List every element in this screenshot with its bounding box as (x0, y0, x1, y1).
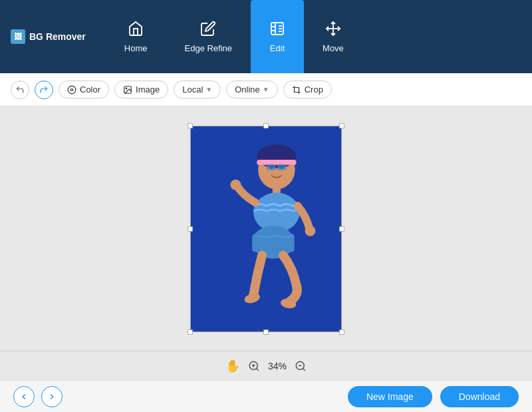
tab-edge-refine-label: Edge Refine (185, 43, 233, 53)
toolbar: Color Image Local ▼ Online ▼ Crop (0, 73, 532, 106)
svg-line-27 (256, 368, 258, 370)
svg-point-6 (68, 86, 76, 94)
tab-edit[interactable]: Edit (251, 0, 304, 73)
hand-tool-icon[interactable]: ✋ (225, 359, 240, 373)
local-label: Local (182, 85, 203, 95)
online-label: Online (235, 85, 260, 95)
svg-point-20 (230, 179, 241, 190)
undo-button[interactable] (11, 81, 29, 99)
crop-button[interactable]: Crop (283, 81, 332, 99)
svg-point-9 (126, 88, 127, 89)
crop-handle-tm[interactable] (263, 123, 269, 128)
online-chevron-icon: ▼ (263, 86, 269, 93)
zoom-percent: 34% (268, 361, 287, 371)
header: 🖼 BG Remover Home Edge Refine (0, 0, 532, 73)
next-button[interactable] (41, 386, 63, 407)
crop-handle-br[interactable] (339, 329, 344, 335)
svg-point-21 (305, 226, 315, 236)
crop-handle-bl[interactable] (188, 329, 193, 335)
tab-edge-refine[interactable]: Edge Refine (166, 0, 251, 73)
home-icon (128, 21, 144, 39)
svg-rect-16 (277, 164, 287, 170)
tab-move[interactable]: Move (304, 0, 362, 73)
move-icon (325, 21, 341, 39)
online-dropdown[interactable]: Online ▼ (226, 81, 277, 99)
crop-handle-tl[interactable] (188, 123, 193, 128)
crop-label: Crop (305, 85, 323, 95)
app-logo: 🖼 BG Remover (11, 29, 86, 44)
canvas-area (0, 106, 532, 351)
bottom-navigation (13, 386, 63, 407)
child-figure (191, 126, 341, 331)
tab-edit-label: Edit (270, 43, 285, 53)
local-dropdown[interactable]: Local ▼ (174, 81, 221, 99)
image-frame (190, 126, 342, 332)
prev-button[interactable] (13, 386, 35, 407)
bottom-actions: New Image Download (348, 386, 519, 407)
tab-home-label: Home (124, 43, 148, 53)
app-logo-icon: 🖼 (11, 29, 25, 44)
crop-handle-tr[interactable] (339, 123, 344, 128)
image-button[interactable]: Image (114, 81, 168, 99)
edit-icon (269, 21, 285, 39)
zoom-out-button[interactable] (295, 360, 307, 372)
zoom-in-button[interactable] (248, 360, 260, 372)
tab-move-label: Move (323, 43, 344, 53)
redo-button[interactable] (35, 81, 53, 99)
app-title: BG Remover (29, 31, 86, 42)
image-label: Image (136, 85, 160, 95)
tab-home[interactable]: Home (106, 0, 166, 73)
edge-refine-icon (200, 21, 216, 39)
svg-point-7 (70, 89, 73, 91)
bottom-bar: New Image Download (0, 380, 532, 412)
crop-handle-ml[interactable] (188, 226, 193, 232)
svg-line-31 (303, 368, 305, 370)
new-image-button[interactable]: New Image (348, 386, 432, 407)
zoom-bar: ✋ 34% (0, 351, 532, 380)
color-button[interactable]: Color (59, 81, 109, 99)
color-label: Color (80, 85, 100, 95)
local-chevron-icon: ▼ (205, 86, 212, 93)
crop-handle-bm[interactable] (263, 329, 269, 335)
svg-rect-15 (267, 164, 276, 170)
crop-handle-mr[interactable] (339, 226, 344, 232)
download-button[interactable]: Download (440, 386, 519, 407)
svg-rect-12 (257, 159, 296, 164)
image-container[interactable] (190, 126, 342, 332)
nav-tabs: Home Edge Refine (106, 0, 362, 73)
